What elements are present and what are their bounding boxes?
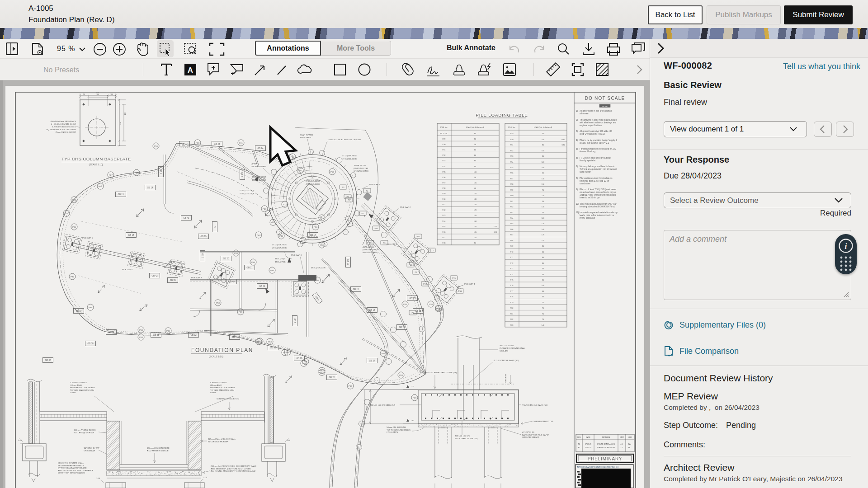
svg-text:P63: P63 xyxy=(510,211,514,214)
svg-text:90: 90 xyxy=(474,165,476,168)
svg-text:P51: P51 xyxy=(320,217,324,219)
svg-text:P34: P34 xyxy=(443,165,446,168)
svg-text:70: 70 xyxy=(542,189,544,191)
svg-text:P44: P44 xyxy=(443,220,446,222)
svg-text:GB 42: GB 42 xyxy=(151,275,157,277)
svg-text:120: 120 xyxy=(474,203,477,206)
svg-text:40: 40 xyxy=(474,187,476,189)
svg-text:17.03.05: 17.03.05 xyxy=(585,443,591,445)
svg-text:160: 160 xyxy=(124,113,126,115)
svg-text:P55: P55 xyxy=(251,261,255,263)
svg-text:CHK: CHK xyxy=(628,436,632,438)
svg-text:GROUND BEAM): GROUND BEAM) xyxy=(363,251,378,253)
svg-text:P25: P25 xyxy=(99,185,102,188)
svg-text:4T12-(213-216)S: 4T12-(213-216)S xyxy=(272,244,287,246)
svg-text:P31: P31 xyxy=(89,306,92,309)
svg-text:P41: P41 xyxy=(443,203,446,206)
svg-text:P63: P63 xyxy=(268,341,272,343)
svg-text:P66: P66 xyxy=(510,228,514,230)
svg-text:GB 3: GB 3 xyxy=(201,253,203,258)
svg-text:P30: P30 xyxy=(443,143,446,145)
svg-text:85: 85 xyxy=(542,155,544,157)
svg-text:P38: P38 xyxy=(443,187,446,189)
svg-text:A393 MESH TOP & BOTTOM 25mm CO: A393 MESH TOP & BOTTOM 25mm COVER xyxy=(211,468,251,470)
svg-text:4-T16 STARTER BARS (SJ): 4-T16 STARTER BARS (SJ) xyxy=(494,359,519,361)
svg-text:P62: P62 xyxy=(320,370,324,372)
svg-text:GB 28: GB 28 xyxy=(329,376,335,379)
svg-text:PILE CAP 7: PILE CAP 7 xyxy=(191,277,202,279)
svg-text:DATE: DATE xyxy=(586,436,590,438)
svg-text:PRELIMINARY: PRELIMINARY xyxy=(588,456,622,461)
svg-text:P83: P83 xyxy=(510,324,514,326)
svg-text:100: 100 xyxy=(542,150,545,152)
svg-text:Masonry below ground level to: Masonry below ground level to be min xyxy=(580,165,615,168)
svg-text:floor by specialist.: floor by specialist. xyxy=(580,160,596,162)
svg-text:GB 41: GB 41 xyxy=(259,285,265,287)
svg-text:7.05: 7.05 xyxy=(410,385,415,388)
svg-text:105: 105 xyxy=(474,182,477,184)
svg-text:on as level taken from archite: on as level taken from architects drg no xyxy=(580,191,616,193)
svg-text:40: 40 xyxy=(542,267,544,270)
svg-text:P19: P19 xyxy=(409,264,412,266)
svg-text:8): 8) xyxy=(576,177,578,179)
svg-text:60: 60 xyxy=(474,149,476,151)
svg-text:210: 210 xyxy=(542,194,545,197)
svg-text:P52: P52 xyxy=(298,169,302,172)
svg-text:DO NOT SCALE: DO NOT SCALE xyxy=(585,96,625,101)
svg-text:150mm C35 CONCRETE: 150mm C35 CONCRETE xyxy=(147,447,170,449)
svg-text:PILE LOCATIONS ADDED: PILE LOCATIONS ADDED xyxy=(597,447,615,449)
svg-text:coordinates: coordinates xyxy=(580,183,590,185)
svg-text:A: A xyxy=(188,66,193,75)
svg-text:REV: REV xyxy=(577,436,581,438)
svg-text:200mm C40 REINFORCED CONCRETE: 200mm C40 REINFORCED CONCRETE PIT BASE xyxy=(211,465,256,467)
svg-text:140: 140 xyxy=(542,178,545,180)
svg-text:160: 160 xyxy=(96,94,99,95)
svg-text:140: 140 xyxy=(542,324,545,326)
svg-text:Pile locations setout from Arc: Pile locations setout from Architects xyxy=(580,177,613,179)
svg-text:GB 22: GB 22 xyxy=(181,143,187,145)
svg-text:C30 INSITU INFILL: C30 INSITU INFILL xyxy=(210,381,228,384)
svg-text:140: 140 xyxy=(542,239,545,242)
svg-text:P59: P59 xyxy=(510,189,514,191)
svg-text:900: 900 xyxy=(365,406,368,409)
svg-text:C35 INSITU INFILL: C35 INSITU INFILL xyxy=(70,381,88,384)
svg-text:GB 33: GB 33 xyxy=(153,334,159,336)
svg-text:325mm 7N/mm2 BLOCK WALL: 325mm 7N/mm2 BLOCK WALL xyxy=(208,438,236,440)
svg-text:This drawing is to be read in: This drawing is to be read in conjunctio… xyxy=(580,119,617,121)
svg-text:P5: P5 xyxy=(369,242,372,244)
svg-text:P9: P9 xyxy=(411,312,414,314)
svg-text:levels, prior to foundation wo: levels, prior to foundation works to be xyxy=(580,214,614,216)
svg-text:P7: P7 xyxy=(348,199,350,201)
svg-text:P36: P36 xyxy=(443,176,446,178)
svg-text:GB 32: GB 32 xyxy=(190,334,196,336)
svg-text:80: 80 xyxy=(474,242,476,244)
svg-text:P53: P53 xyxy=(510,155,514,157)
svg-text:beam to be 50mIn typ.: beam to be 50mIn typ. xyxy=(580,197,600,199)
svg-text:SIMILAR): SIMILAR) xyxy=(500,350,509,352)
svg-text:with all relevant architects d: with all relevant architects drawings an… xyxy=(580,122,617,124)
svg-text:4: 4 xyxy=(364,215,365,217)
svg-text:6): 6) xyxy=(576,157,578,159)
svg-text:P29: P29 xyxy=(443,138,446,140)
svg-text:0.80: 0.80 xyxy=(561,144,565,146)
svg-text:P80: P80 xyxy=(510,307,514,309)
svg-text:T16's @ 150 C/C BARS (SJ): T16's @ 150 C/C BARS (SJ) xyxy=(370,404,396,406)
svg-text:P47: P47 xyxy=(291,156,294,158)
svg-text:GB 21: GB 21 xyxy=(246,267,252,269)
svg-text:T16's @ 150 C/C BOTH DIRECTION: T16's @ 150 C/C BOTH DIRECTIONS (SY) xyxy=(418,371,457,374)
svg-text:200: 200 xyxy=(542,132,545,135)
svg-text:P35: P35 xyxy=(166,330,170,332)
svg-text:150: 150 xyxy=(474,220,477,222)
svg-text:(SQUARE COLUMN DETAIL: (SQUARE COLUMN DETAIL xyxy=(500,347,525,349)
svg-text:85: 85 xyxy=(542,245,544,247)
svg-text:P50: P50 xyxy=(314,226,317,228)
svg-text:GB 43: GB 43 xyxy=(183,217,189,219)
svg-text:P16: P16 xyxy=(458,290,462,292)
svg-text:4T16-(270)B: 4T16-(270)B xyxy=(275,261,286,263)
svg-text:P24: P24 xyxy=(72,199,76,201)
svg-text:75: 75 xyxy=(542,318,544,320)
svg-text:120: 120 xyxy=(474,209,477,211)
svg-text:PILE CAP 4: PILE CAP 4 xyxy=(464,283,475,285)
svg-text:P43: P43 xyxy=(443,214,446,216)
svg-text:P82: P82 xyxy=(510,318,514,320)
